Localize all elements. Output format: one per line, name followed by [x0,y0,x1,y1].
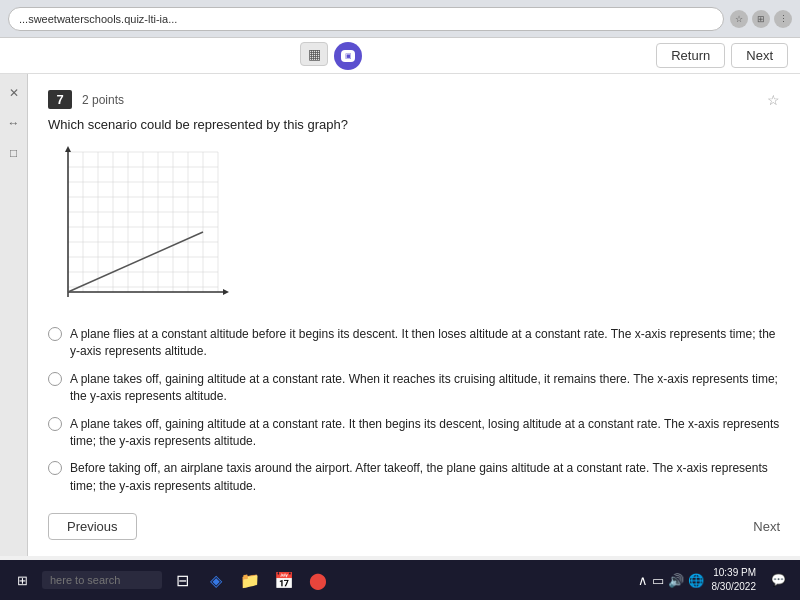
taskbar-chrome-icon[interactable]: ⬤ [304,566,332,594]
taskbar-files-icon[interactable]: 📁 [236,566,264,594]
question-text: Which scenario could be represented by t… [48,117,780,132]
taskbar-clock: 10:39 PM [712,566,757,580]
option-text-2: A plane takes off, gaining altitude at a… [70,371,780,406]
next-button-top[interactable]: Next [731,43,788,68]
sidebar-icon-1[interactable]: ✕ [5,84,23,102]
taskbar-network-icon[interactable]: 🌐 [688,573,704,588]
taskbar-monitor-icon[interactable]: ▭ [652,573,664,588]
left-sidebar: ✕ ↔ □ [0,74,28,556]
calendar-icon[interactable]: ▦ [300,42,328,66]
option-item-1: A plane flies at a constant altitude bef… [48,326,780,361]
radio-3[interactable] [48,417,62,431]
option-item-4: Before taking off, an airplane taxis aro… [48,460,780,495]
ext-icon[interactable]: ⊞ [752,10,770,28]
radio-2[interactable] [48,372,62,386]
options-list: A plane flies at a constant altitude bef… [48,326,780,495]
next-label-bottom[interactable]: Next [753,519,780,534]
taskbar-notification-icon[interactable]: 💬 [764,566,792,594]
url-bar[interactable]: ...sweetwaterschools.quiz-lti-ia... [8,7,724,31]
pin-icon[interactable]: ☆ [767,92,780,108]
option-text-3: A plane takes off, gaining altitude at a… [70,416,780,451]
previous-button[interactable]: Previous [48,513,137,540]
sidebar-icon-2[interactable]: ↔ [5,114,23,132]
question-points: 2 points [82,93,124,107]
question-number: 7 [48,90,72,109]
taskbar-windows-icon[interactable]: ⊞ [8,566,36,594]
svg-line-25 [68,232,203,292]
graph-container [48,142,248,312]
radio-1[interactable] [48,327,62,341]
browser-icons: ☆ ⊞ ⋮ [730,10,792,28]
option-item-3: A plane takes off, gaining altitude at a… [48,416,780,451]
taskbar-search-input[interactable] [42,571,162,589]
taskbar: ⊞ ⊟ ◈ 📁 📅 ⬤ ∧ ▭ 🔊 🌐 10:39 PM 8/30/2022 💬 [0,560,800,600]
taskbar-volume-icon[interactable]: 🔊 [668,573,684,588]
browser-bar: ...sweetwaterschools.quiz-lti-ia... ☆ ⊞ … [0,0,800,38]
option-item-2: A plane takes off, gaining altitude at a… [48,371,780,406]
return-button[interactable]: Return [656,43,725,68]
svg-marker-23 [223,289,229,295]
radio-4[interactable] [48,461,62,475]
taskbar-app-1[interactable]: ⊟ [168,566,196,594]
top-toolbar: ▦ ▣ Return Next [0,38,800,74]
taskbar-chevron-icon[interactable]: ∧ [638,573,648,588]
toolbar-center: ▦ ▣ [12,42,650,70]
avatar-inner: ▣ [341,50,355,62]
option-text-4: Before taking off, an airplane taxis aro… [70,460,780,495]
option-text-1: A plane flies at a constant altitude bef… [70,326,780,361]
main-content: 7 2 points ☆ Which scenario could be rep… [28,74,800,556]
taskbar-calendar-icon[interactable]: 📅 [270,566,298,594]
taskbar-time: 10:39 PM 8/30/2022 [712,566,757,594]
question-header: 7 2 points ☆ [48,90,780,109]
svg-marker-24 [65,146,71,152]
avatar-button[interactable]: ▣ [334,42,362,70]
taskbar-sys-icons: ∧ ▭ 🔊 🌐 [638,573,704,588]
taskbar-date: 8/30/2022 [712,580,757,594]
sidebar-icon-3[interactable]: □ [5,144,23,162]
star-icon[interactable]: ☆ [730,10,748,28]
taskbar-right: ∧ ▭ 🔊 🌐 10:39 PM 8/30/2022 💬 [638,566,793,594]
taskbar-edge-icon[interactable]: ◈ [202,566,230,594]
graph-svg [48,142,248,312]
url-text: ...sweetwaterschools.quiz-lti-ia... [19,13,177,25]
menu-icon[interactable]: ⋮ [774,10,792,28]
